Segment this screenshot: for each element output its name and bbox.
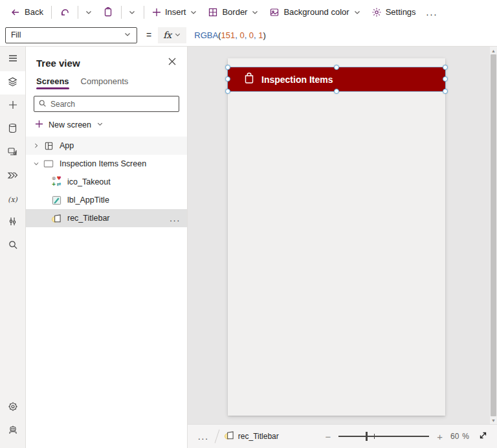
- tree-item-inspection-items-screen[interactable]: Inspection Items Screen: [26, 155, 187, 173]
- tree-view-layers-icon: [7, 76, 18, 90]
- background-color-button[interactable]: Background color: [264, 5, 366, 20]
- selection-handle-top-center[interactable]: [334, 65, 339, 70]
- search-input[interactable]: [50, 100, 175, 109]
- tree-item-label: rec_Titlebar: [67, 214, 110, 223]
- selection-handle-top-left[interactable]: [225, 65, 230, 70]
- insert-button[interactable]: Insert: [147, 5, 203, 19]
- tree-item-label: lbl_AppTitle: [67, 196, 109, 205]
- gear-icon: [8, 401, 18, 414]
- zoom-out-button[interactable]: −: [324, 431, 332, 442]
- border-button[interactable]: Border: [203, 5, 264, 20]
- toolbar-divider: [78, 6, 78, 19]
- tab-screens[interactable]: Screens: [36, 76, 69, 91]
- scroll-down-arrow-icon[interactable]: ▼: [491, 416, 496, 424]
- toolbar-divider: [144, 6, 144, 19]
- zoom-slider[interactable]: [338, 431, 429, 442]
- rail-item-advanced-tools[interactable]: [0, 211, 25, 234]
- close-icon[interactable]: [166, 56, 178, 70]
- back-button[interactable]: Back: [5, 5, 49, 20]
- equals-sign: =: [146, 30, 151, 40]
- toolbar-overflow-button[interactable]: ...: [421, 7, 443, 17]
- rail-item-insert[interactable]: [0, 95, 25, 118]
- undo-icon: [60, 7, 70, 17]
- tree-panel-header: Tree view: [26, 47, 187, 74]
- selection-handle-middle-right[interactable]: [443, 76, 448, 82]
- background-color-icon: [269, 7, 280, 17]
- rec-titlebar-shape[interactable]: Inspection Items: [228, 67, 445, 91]
- rail-item-search[interactable]: [0, 234, 25, 258]
- breadcrumb-label: rec_Titlebar: [238, 432, 279, 441]
- fullscreen-button[interactable]: [478, 431, 488, 443]
- settings-button[interactable]: Settings: [366, 5, 421, 20]
- property-dropdown[interactable]: Fill: [5, 27, 137, 43]
- rectangle-shape-icon: [50, 214, 62, 223]
- undo-dropdown-chevron[interactable]: [80, 6, 98, 19]
- selection-handle-bottom-right[interactable]: [443, 89, 448, 94]
- row-overflow-button[interactable]: ...: [170, 214, 181, 223]
- back-arrow-icon: [10, 7, 21, 17]
- chevron-down-icon: [251, 8, 259, 16]
- tree-item-label: Inspection Items Screen: [60, 159, 146, 168]
- tree-item-ico-takeout[interactable]: ⊗♥+⇄ ico_Takeout: [26, 173, 187, 191]
- titlebar-label: Inspection Items: [261, 74, 333, 85]
- tree-panel-tabs: Screens Components: [26, 74, 187, 91]
- rail-item-power-automate[interactable]: [0, 164, 25, 188]
- tab-components[interactable]: Components: [81, 76, 129, 91]
- app-screen-canvas[interactable]: [228, 58, 445, 416]
- zoom-in-button[interactable]: +: [436, 431, 444, 442]
- status-bar: ... rec_Titlebar − + 60 %: [188, 424, 497, 448]
- scroll-up-arrow-icon[interactable]: ▲: [491, 47, 496, 54]
- clipboard-paste-icon: [103, 7, 113, 17]
- zoom-value: 60: [450, 432, 459, 441]
- fx-dropdown[interactable]: fx: [158, 27, 186, 43]
- fx-label: fx: [163, 30, 171, 40]
- paste-dropdown-chevron[interactable]: [123, 6, 141, 19]
- scrollbar-thumb[interactable]: [491, 54, 496, 416]
- rail-item-data[interactable]: [0, 118, 25, 141]
- tree-item-rec-titlebar[interactable]: rec_Titlebar ...: [26, 209, 187, 227]
- selection-handle-middle-left[interactable]: [225, 76, 230, 82]
- zoom-unit: %: [462, 432, 469, 441]
- formula-input[interactable]: RGBA(151, 0, 0, 1): [194, 30, 266, 40]
- new-screen-button[interactable]: New screen: [26, 115, 187, 137]
- border-label: Border: [222, 7, 247, 17]
- tree-item-label: ico_Takeout: [67, 177, 111, 186]
- rail-spacer: [0, 258, 25, 396]
- rail-item-menu[interactable]: [0, 48, 25, 71]
- chevron-down-icon: [31, 161, 41, 167]
- rail-item-tree-view[interactable]: [0, 71, 25, 95]
- plus-icon: [8, 100, 18, 113]
- property-value: Fill: [11, 30, 21, 39]
- icon-control-icon: ⊗♥+⇄: [50, 176, 62, 188]
- paste-button[interactable]: [98, 5, 118, 20]
- chevron-down-icon: [353, 8, 361, 16]
- rail-item-variables[interactable]: (x): [0, 188, 25, 211]
- search-icon: [38, 98, 47, 110]
- search-icon: [8, 240, 18, 252]
- undo-button[interactable]: [54, 5, 75, 20]
- selection-handle-bottom-center[interactable]: [334, 89, 339, 94]
- gear-icon: [371, 7, 382, 17]
- breadcrumb-overflow-button[interactable]: ...: [193, 431, 214, 443]
- tree-item-app[interactable]: App: [26, 137, 187, 155]
- selection-handle-bottom-left[interactable]: [225, 89, 230, 94]
- hamburger-menu-icon: [8, 53, 18, 66]
- breadcrumb-rec-titlebar[interactable]: rec_Titlebar: [224, 431, 279, 442]
- insert-label: Insert: [165, 7, 186, 17]
- tree-panel-title: Tree view: [36, 58, 80, 69]
- selection-handle-top-right[interactable]: [443, 65, 448, 70]
- rail-item-copilot[interactable]: [0, 420, 25, 443]
- tree-item-lbl-apptitle[interactable]: lbl_AppTitle: [26, 191, 187, 209]
- tree-view-panel: Tree view Screens Components New screen: [26, 47, 188, 448]
- vertical-scrollbar[interactable]: ▲ ▼: [490, 47, 497, 424]
- border-grid-icon: [208, 7, 218, 17]
- zoom-slider-thumb[interactable]: [366, 432, 368, 441]
- rectangle-shape-icon: [224, 431, 234, 442]
- sliders-icon: [8, 216, 17, 229]
- rail-item-settings[interactable]: [0, 396, 25, 420]
- background-color-label: Background color: [283, 7, 349, 17]
- toolbar-divider: [51, 6, 52, 19]
- top-toolbar: Back Insert Border Background: [0, 0, 497, 24]
- diagonal-expand-icon: [478, 431, 488, 443]
- rail-item-media[interactable]: [0, 141, 25, 164]
